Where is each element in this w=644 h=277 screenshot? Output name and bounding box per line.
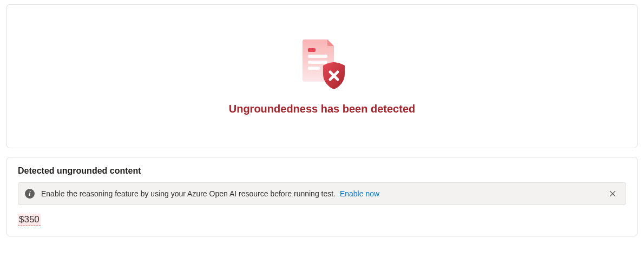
detected-content-heading: Detected ungrounded content (18, 166, 626, 176)
svg-rect-1 (308, 55, 327, 58)
ungrounded-document-shield-icon (296, 37, 348, 93)
detection-result-card: Ungroundedness has been detected (6, 4, 638, 148)
enable-now-link[interactable]: Enable now (340, 189, 379, 198)
info-message-text: Enable the reasoning feature by using yo… (41, 189, 600, 198)
svg-rect-2 (308, 61, 327, 64)
svg-rect-0 (308, 48, 316, 52)
close-icon (609, 190, 616, 197)
info-icon: i (25, 189, 35, 199)
info-message: Enable the reasoning feature by using yo… (41, 189, 336, 198)
info-message-bar: i Enable the reasoning feature by using … (18, 182, 626, 205)
detected-content-card: Detected ungrounded content i Enable the… (6, 157, 638, 236)
detection-title: Ungroundedness has been detected (20, 103, 624, 115)
svg-rect-3 (308, 67, 320, 70)
ungrounded-value: $350 (18, 214, 41, 226)
dismiss-info-button[interactable] (606, 187, 619, 200)
